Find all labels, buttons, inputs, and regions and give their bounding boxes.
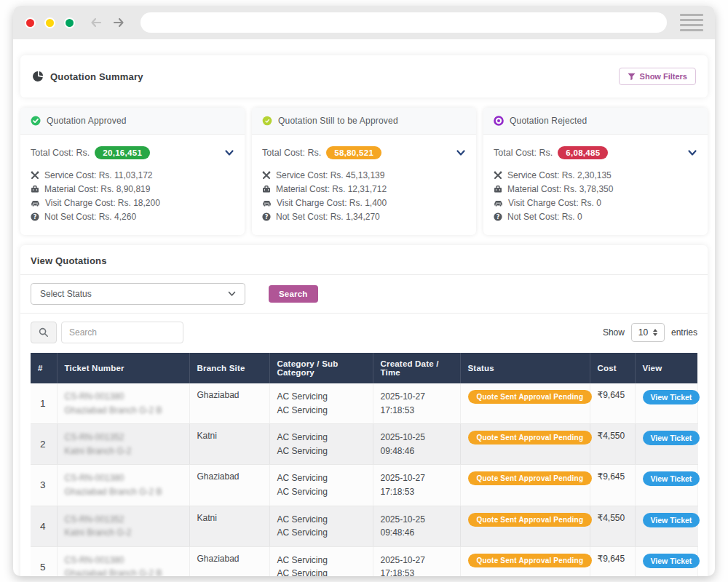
col-branch-site: Branch Site xyxy=(189,353,269,383)
created-date: 2025-10-25 xyxy=(381,432,425,442)
total-cost-label: Total Cost: Rs. xyxy=(494,148,553,158)
chevron-down-icon xyxy=(228,291,236,297)
card-quotation-rejected: Quotation Rejected Total Cost: Rs. 6,08,… xyxy=(483,108,708,235)
ticket-number: CS-RN-001352 xyxy=(65,431,182,445)
chevron-down-icon[interactable] xyxy=(456,148,466,157)
branch-site: Katni xyxy=(189,506,269,546)
total-cost-label: Total Cost: Rs. xyxy=(31,148,90,158)
car-icon xyxy=(31,199,40,207)
table-row: 4 CS-RN-001352 Katni Branch G-2 Katni AC… xyxy=(31,506,697,546)
category: AC Servicing xyxy=(277,473,328,483)
back-icon[interactable] xyxy=(88,15,106,30)
detail-service-cost: Service Cost: Rs. 45,13,139 xyxy=(262,170,466,180)
view-ticket-button[interactable]: View Ticket xyxy=(643,554,700,568)
status-badge: Quote Sent Approval Pending xyxy=(468,513,593,527)
col-ticket-number: Ticket Number xyxy=(57,353,189,383)
status-badge: Quote Sent Approval Pending xyxy=(468,471,593,485)
view-ticket-button[interactable]: View Ticket xyxy=(643,431,700,445)
question-icon: ? xyxy=(31,212,39,221)
browser-window: Quotation Summary Show Filters Quotation… xyxy=(13,6,715,576)
rejected-dot-icon xyxy=(494,116,504,126)
url-bar[interactable] xyxy=(141,12,667,33)
chevron-down-icon[interactable] xyxy=(224,148,234,157)
chevron-down-icon[interactable] xyxy=(687,148,697,157)
table-row: 3 CS-RN-001380 Ghaziabad Branch G-2 B Gh… xyxy=(31,465,697,506)
ticket-branch: Katni Branch G-2 xyxy=(65,526,182,540)
detail-service-cost: Service Cost: Rs. 11,03,172 xyxy=(31,170,234,180)
material-icon xyxy=(494,185,502,194)
col-status: Status xyxy=(460,353,590,383)
sub-category: AC Servicing xyxy=(277,527,328,538)
svg-text:?: ? xyxy=(33,214,37,220)
created-time: 09:48:46 xyxy=(381,446,415,456)
detail-service-cost: Service Cost: Rs. 2,30,135 xyxy=(494,170,697,180)
col-view: View xyxy=(635,353,697,383)
created-date: 2025-10-27 xyxy=(381,555,425,565)
card-quotation-pending: Quotation Still to be Approved Total Cos… xyxy=(252,108,476,235)
tools-icon xyxy=(31,171,39,180)
page-title: Quotation Summary xyxy=(50,71,143,82)
branch-site: Ghaziabad xyxy=(189,546,269,576)
entries-label: entries xyxy=(671,327,697,338)
view-ticket-button[interactable]: View Ticket xyxy=(643,390,700,404)
detail-material-cost: Material Cost: Rs. 12,31,712 xyxy=(262,184,466,194)
page-size-select[interactable]: 10 xyxy=(631,323,665,342)
ticket-branch: Ghaziabad Branch G-2 B xyxy=(65,485,182,499)
total-cost-label: Total Cost: Rs. xyxy=(262,148,321,158)
card-quotation-approved: Quotation Approved Total Cost: Rs. 20,16… xyxy=(20,108,245,235)
cost-value: ₹9,645 xyxy=(598,554,625,564)
car-icon xyxy=(494,199,503,207)
maximize-window-icon[interactable] xyxy=(64,17,75,28)
col-cost: Cost xyxy=(590,353,635,383)
card-title: Quotation Approved xyxy=(47,116,127,126)
browser-chrome xyxy=(13,6,715,39)
ticket-branch: Ghaziabad Branch G-2 B xyxy=(65,404,182,418)
status-filter-select[interactable]: Select Status xyxy=(31,283,245,305)
svg-text:?: ? xyxy=(496,214,500,220)
view-ticket-button[interactable]: View Ticket xyxy=(643,471,700,486)
section-title: View Quotations xyxy=(31,255,697,266)
search-input[interactable] xyxy=(61,322,183,343)
status-badge: Quote Sent Approval Pending xyxy=(468,390,593,404)
quotation-summary-header: Quotation Summary Show Filters xyxy=(20,55,708,97)
card-title: Quotation Still to be Approved xyxy=(278,116,398,126)
show-filters-button[interactable]: Show Filters xyxy=(619,68,696,85)
minimize-window-icon[interactable] xyxy=(44,17,55,28)
table-header-row: # Ticket Number Branch Site Category / S… xyxy=(31,353,697,383)
menu-icon[interactable] xyxy=(680,14,703,31)
pending-dot-icon xyxy=(262,116,272,126)
close-window-icon[interactable] xyxy=(25,17,36,28)
filter-icon xyxy=(628,73,636,81)
cost-value: ₹9,645 xyxy=(598,390,625,400)
col-created: Created Date / Time xyxy=(373,353,460,383)
sub-category: AC Servicing xyxy=(277,487,328,497)
detail-material-cost: Material Cost: Rs. 3,78,350 xyxy=(494,184,697,194)
sub-category: AC Servicing xyxy=(277,446,328,456)
view-ticket-button[interactable]: View Ticket xyxy=(643,513,700,527)
ticket-number: CS-RN-001380 xyxy=(65,554,182,567)
detail-material-cost: Material Cost: Rs. 8,90,819 xyxy=(31,184,234,194)
tools-icon xyxy=(262,171,271,180)
ticket-branch: Ghaziabad Branch G-2 B xyxy=(65,567,182,576)
total-cost-badge: 6,08,485 xyxy=(558,146,608,159)
detail-visit-charge-cost: Visit Charge Cost: Rs. 0 xyxy=(494,198,697,208)
ticket-number: CS-RN-001352 xyxy=(65,513,182,527)
question-icon: ? xyxy=(494,212,502,221)
col-index: # xyxy=(31,353,57,383)
search-button[interactable]: Search xyxy=(269,285,318,303)
window-controls xyxy=(25,17,75,28)
material-icon xyxy=(31,185,39,194)
forward-icon[interactable] xyxy=(110,15,127,30)
show-label: Show xyxy=(603,327,625,338)
created-date: 2025-10-25 xyxy=(381,514,425,525)
category: AC Servicing xyxy=(277,432,328,442)
category: AC Servicing xyxy=(277,391,328,402)
view-quotations-card: View Quotations Select Status Search xyxy=(20,245,708,576)
detail-not-set-cost: ? Not Set Cost: Rs. 0 xyxy=(494,212,697,222)
spinner-icon xyxy=(653,329,657,336)
branch-site: Katni xyxy=(189,424,269,465)
created-time: 17:18:53 xyxy=(381,405,415,415)
created-date: 2025-10-27 xyxy=(381,473,425,483)
search-icon-box xyxy=(31,322,57,343)
status-badge: Quote Sent Approval Pending xyxy=(468,554,593,567)
